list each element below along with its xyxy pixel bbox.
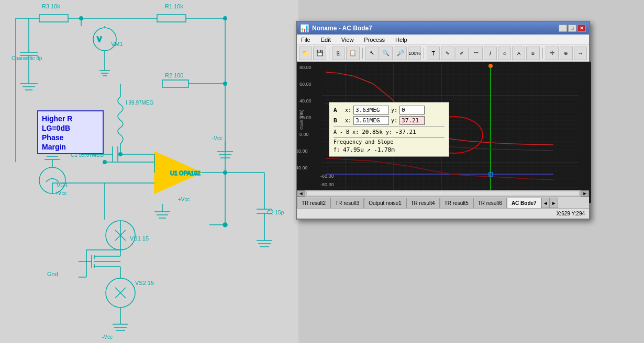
svg-text:VG1: VG1 (57, 182, 68, 188)
svg-text:+Vcc: +Vcc (55, 190, 67, 196)
svg-text:Margin: Margin (42, 143, 66, 151)
svg-text:VS1 15: VS1 15 (130, 235, 149, 242)
svg-text:-20.00: -20.00 (297, 148, 308, 154)
tab-tr-result3[interactable]: TR result3 (330, 198, 364, 208)
marker1-button[interactable]: ✎ (441, 47, 454, 60)
svg-text:VM1: VM1 (111, 41, 123, 47)
wave-button[interactable]: 〜 (470, 47, 483, 60)
svg-rect-6 (157, 15, 186, 22)
tab-tr-result2[interactable]: TR result2 (297, 198, 330, 208)
line-button[interactable]: / (484, 47, 497, 60)
point-b-x-field[interactable] (353, 116, 389, 125)
menubar: File Edit View Process Help (297, 35, 589, 45)
zoom-out-button[interactable]: 🔎 (394, 47, 407, 60)
freq-slope-label: Frequency and Slope (334, 139, 445, 145)
tab-tr-result6[interactable]: TR result6 (473, 198, 507, 208)
status-coords: X:629 Y:294 (557, 211, 585, 216)
svg-text:Gain (dB): Gain (dB) (299, 109, 304, 130)
point-b-y-field[interactable] (399, 116, 425, 125)
freq-slope-val: -1.78m (374, 146, 395, 153)
svg-point-115 (223, 82, 227, 86)
point-b-label: B (334, 117, 343, 124)
menu-process[interactable]: Process (362, 37, 387, 43)
tab-ac-bode7[interactable]: AC Bode7 (507, 198, 541, 208)
svg-text:R1 10k: R1 10k (165, 3, 183, 9)
svg-text:I 99.97MEG: I 99.97MEG (126, 100, 154, 106)
crosshair-button[interactable]: ✛ (546, 47, 559, 60)
diff-label: A - B (334, 129, 349, 135)
svg-text:C2 15p: C2 15p (267, 210, 284, 215)
svg-text:Phase: Phase (42, 133, 63, 142)
circle-button[interactable]: ○ (498, 47, 511, 60)
measurement-popup: A x: y: B x: y: A - B x: 20.85k y: -37.2… (329, 102, 449, 157)
svg-text:-80.00: -80.00 (320, 182, 334, 187)
point-a-y-field[interactable] (399, 106, 425, 115)
svg-text:-40.00: -40.00 (297, 165, 308, 170)
scroll-right-button[interactable]: ► (581, 190, 589, 197)
open-button[interactable]: 📁 (299, 47, 312, 60)
point-a-x-field[interactable] (353, 106, 389, 115)
paste-button[interactable]: 📋 (346, 47, 359, 60)
svg-point-39 (223, 223, 227, 227)
svg-text:60.00: 60.00 (299, 82, 312, 87)
svg-text:+Vcc: +Vcc (178, 197, 190, 202)
point-a-button[interactable]: A (512, 47, 525, 60)
text-button[interactable]: T (427, 47, 440, 60)
tab-tr-result4[interactable]: TR result4 (406, 198, 440, 208)
cursor-button[interactable]: ↖ (365, 47, 379, 60)
svg-text:V: V (97, 35, 102, 43)
menu-view[interactable]: View (339, 37, 356, 43)
svg-text:-Vcc: -Vcc (212, 135, 223, 141)
menu-help[interactable]: Help (393, 37, 409, 43)
svg-point-117 (118, 152, 123, 156)
svg-text:Cparasitic 8p: Cparasitic 8p (12, 55, 42, 61)
svg-text:40.00: 40.00 (299, 98, 312, 104)
svg-text:LG=0dB: LG=0dB (42, 124, 70, 132)
minimize-button[interactable]: _ (559, 25, 567, 32)
window-title: Noname - AC Bode7 (312, 25, 372, 32)
svg-text:Gnd: Gnd (47, 271, 58, 277)
svg-text:R3 10k: R3 10k (42, 3, 60, 9)
diff-x: 20.85k (362, 129, 383, 135)
point-b-button[interactable]: B (526, 47, 539, 60)
maximize-button[interactable]: □ (568, 25, 576, 32)
svg-text:R2 100: R2 100 (165, 72, 183, 78)
svg-point-114 (223, 16, 227, 20)
close-button[interactable]: ✕ (578, 25, 586, 32)
point-a-label: A (334, 107, 343, 113)
svg-text:0.00: 0.00 (299, 132, 309, 137)
freq-f: 47.95u (343, 146, 364, 153)
svg-text:Higher R: Higher R (42, 115, 72, 123)
svg-point-142 (488, 64, 493, 68)
menu-edit[interactable]: Edit (319, 37, 333, 43)
diff-y: -37.21 (395, 129, 416, 135)
arrow-button[interactable]: → (574, 47, 587, 60)
save-button[interactable]: 💾 (313, 47, 326, 60)
copy-button[interactable]: ⎘ (332, 47, 345, 60)
svg-text:U1 OPA192: U1 OPA192 (170, 170, 201, 176)
tab-output-noise1[interactable]: Output noise1 (364, 198, 406, 208)
scroll-left-button[interactable]: ◄ (297, 190, 305, 197)
svg-point-118 (103, 160, 107, 164)
svg-point-116 (223, 170, 227, 175)
svg-text:VS2 15: VS2 15 (135, 280, 154, 286)
marker2-button[interactable]: ✐ (456, 47, 469, 60)
svg-text:-Vcc: -Vcc (102, 334, 113, 340)
tab-tr-result5[interactable]: TR result5 (440, 198, 473, 208)
tab-scroll-right[interactable]: ► (550, 198, 558, 208)
zoom-fit-button[interactable]: 100% (408, 47, 421, 60)
svg-point-113 (79, 16, 83, 20)
tab-scroll-left[interactable]: ◄ (541, 198, 550, 208)
svg-rect-25 (162, 80, 188, 87)
svg-text:80.00: 80.00 (299, 65, 312, 70)
window-titlebar: 📊 Noname - AC Bode7 _ □ ✕ (297, 22, 589, 35)
menu-file[interactable]: File (299, 37, 313, 43)
zoom-in-button[interactable]: 🔍 (380, 47, 393, 60)
measure-button[interactable]: ⊕ (560, 47, 573, 60)
toolbar: 📁 💾 ⎘ 📋 ↖ 🔍 🔎 100% T ✎ ✐ 〜 / ○ A B ✛ ⊕ → (297, 45, 589, 62)
svg-rect-3 (39, 15, 68, 22)
